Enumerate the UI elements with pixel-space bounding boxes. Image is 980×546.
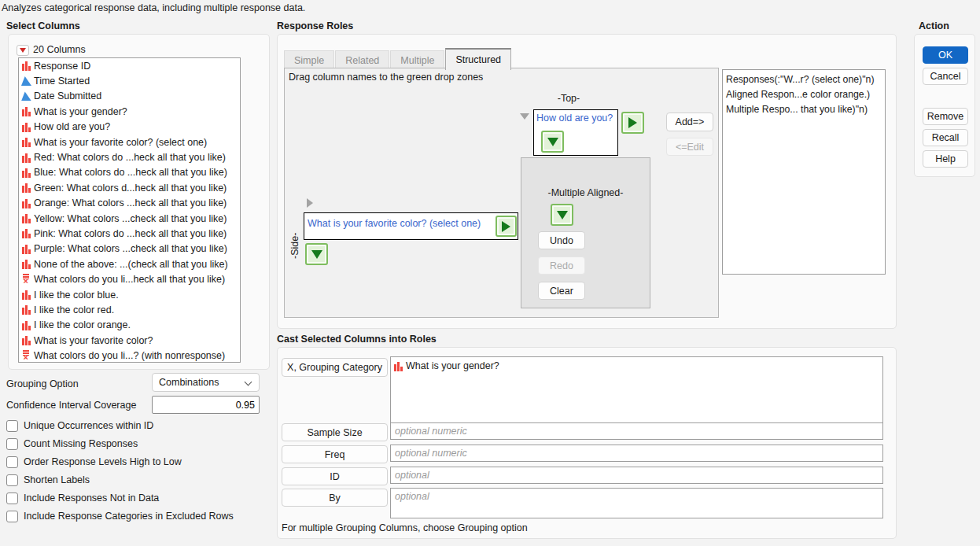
clear-button[interactable]: Clear [538, 282, 585, 300]
column-list-item[interactable]: How old are you? [19, 120, 240, 135]
continuous-icon [21, 91, 31, 101]
column-list-item[interactable]: What is your favorite color? (select one… [19, 135, 240, 149]
checkbox-icon[interactable] [6, 456, 18, 468]
select-columns-panel: 20 Columns Response ID Time Started Date… [8, 34, 270, 370]
redo-button[interactable]: Redo [538, 256, 585, 275]
column-list-item[interactable]: None of the above: ...(check all that yo… [19, 256, 240, 271]
column-label: I like the color orange. [34, 319, 131, 330]
top-disclosure-triangle-icon[interactable] [520, 113, 529, 120]
x-grouping-item[interactable]: What is your gender? [391, 357, 882, 373]
side-disclosure-triangle-icon[interactable] [307, 198, 313, 208]
tab[interactable]: Structured [445, 48, 511, 70]
x-grouping-category-button[interactable]: X, Grouping Category [282, 358, 388, 377]
top-drop-zone[interactable]: How old are you? [533, 109, 618, 156]
column-label: Orange: What colors ...heck all that you… [34, 197, 227, 208]
column-list-item[interactable]: What colors do you li...heck all that yo… [19, 271, 240, 286]
columns-listbox[interactable]: Response ID Time Started Date Submitted … [18, 57, 241, 363]
confidence-input[interactable] [152, 396, 260, 414]
freq-field[interactable] [390, 445, 883, 462]
top-drop-item[interactable]: How old are you? [536, 113, 613, 124]
side-drop-right-button[interactable] [496, 216, 517, 237]
column-list-item[interactable]: I like the color orange. [19, 318, 240, 333]
column-list-item[interactable]: Date Submitted [19, 89, 240, 104]
grouping-option-dropdown[interactable]: Combinations [152, 373, 260, 392]
remove-button[interactable]: Remove [923, 108, 968, 125]
checkbox-icon[interactable] [6, 420, 18, 432]
checkbox-icon[interactable] [6, 438, 18, 450]
column-list-item[interactable]: What colors do you li...? (with nonrespo… [19, 348, 240, 363]
nominal-icon [21, 259, 31, 269]
column-list-item[interactable]: Response ID [19, 58, 240, 73]
checkbox-icon[interactable] [6, 493, 18, 504]
sample-size-button[interactable]: Sample Size [282, 423, 388, 441]
green-down-triangle-icon [557, 211, 568, 220]
top-drop-right-button[interactable] [621, 112, 644, 134]
red-triangle-menu-icon[interactable] [17, 45, 29, 56]
checkbox-icon[interactable] [6, 511, 18, 522]
column-label: None of the above: ...(check all that yo… [34, 259, 228, 270]
recall-button[interactable]: Recall [923, 129, 968, 146]
option-checkbox-row[interactable]: Count Missing Responses [6, 437, 138, 450]
column-list-item[interactable]: Yellow: What colors ...check all that yo… [19, 211, 240, 226]
column-list-item[interactable]: What is your gender? [19, 104, 240, 119]
edit-button[interactable]: <=Edit [666, 138, 713, 156]
cancel-button[interactable]: Cancel [923, 68, 968, 85]
by-field[interactable] [390, 488, 883, 518]
column-list-item[interactable]: Blue: What colors do ...heck all that yo… [19, 165, 240, 180]
response-list-item[interactable]: Aligned Respon...e color orange.) [726, 87, 882, 102]
option-checkbox-row[interactable]: Shorten Labels [6, 474, 90, 486]
column-label: Blue: What colors do ...heck all that yo… [34, 167, 227, 178]
nominal-icon [21, 183, 31, 193]
column-label: What colors do you li...heck all that yo… [34, 274, 225, 285]
add-button[interactable]: Add=> [666, 113, 713, 131]
column-list-item[interactable]: Orange: What colors ...heck all that you… [19, 196, 240, 211]
response-list-item[interactable]: Responses(:"W...r? (select one)"n) [726, 72, 882, 87]
aligned-drop-down-button[interactable] [551, 204, 573, 226]
option-checkbox-row[interactable]: Include Response Categories in Excluded … [6, 510, 234, 522]
nominal-icon [21, 244, 31, 254]
by-button[interactable]: By [282, 489, 388, 507]
checkbox-icon[interactable] [6, 474, 18, 486]
option-checkbox-row[interactable]: Order Response Levels High to Low [6, 456, 182, 468]
x-grouping-listbox[interactable]: What is your gender? [390, 356, 883, 423]
sample-size-field[interactable] [390, 422, 883, 440]
nominal-icon [21, 61, 31, 71]
column-label: Purple: What colors ...check all that yo… [34, 243, 227, 254]
ok-button[interactable]: OK [923, 46, 968, 64]
green-down-triangle-icon [311, 250, 322, 259]
checkbox-label: Include Response Categories in Excluded … [24, 511, 234, 522]
nominal-icon [21, 122, 31, 132]
help-button[interactable]: Help [923, 150, 968, 168]
tab-label: Multiple [400, 55, 434, 66]
column-list-item[interactable]: Purple: What colors ...check all that yo… [19, 242, 240, 256]
column-list-item[interactable]: What is your favorite color? [19, 333, 240, 348]
green-right-triangle-icon [502, 221, 510, 232]
column-list-item[interactable]: Green: What colors d...heck all that you… [19, 180, 240, 195]
option-checkbox-row[interactable]: Include Responses Not in Data [6, 492, 159, 504]
response-text: Multiple Respo... that you like)"n) [726, 104, 868, 115]
id-field[interactable] [390, 467, 883, 484]
column-label: What is your gender? [34, 106, 127, 117]
multiple-response-icon [21, 274, 31, 285]
top-drop-down-button[interactable] [541, 131, 564, 153]
id-button[interactable]: ID [282, 467, 388, 485]
responses-listbox[interactable]: Responses(:"W...r? (select one)"n)Aligne… [722, 69, 886, 275]
column-label: What is your favorite color? [34, 335, 153, 346]
side-drop-zone[interactable]: What is your favorite color? (select one… [304, 212, 518, 240]
nominal-icon [21, 290, 31, 300]
column-list-item[interactable]: Time Started [19, 73, 240, 88]
column-list-item[interactable]: Pink: What colors do ...heck all that yo… [19, 226, 240, 241]
column-list-item[interactable]: I like the color blue. [19, 287, 240, 302]
x-grouping-item-label: What is your gender? [406, 360, 499, 371]
column-label: I like the color blue. [34, 290, 119, 301]
column-list-item[interactable]: I like the color red. [19, 302, 240, 317]
undo-button[interactable]: Undo [538, 231, 585, 249]
side-drop-item[interactable]: What is your favorite color? (select one… [308, 218, 481, 229]
option-checkbox-row[interactable]: Unique Occurrences within ID [6, 419, 153, 432]
grouping-option-label: Grouping Option [6, 378, 79, 389]
column-label: Pink: What colors do ...heck all that yo… [34, 228, 227, 239]
column-list-item[interactable]: Red: What colors do ...heck all that you… [19, 149, 240, 164]
freq-button[interactable]: Freq [282, 445, 388, 463]
side-drop-down-button[interactable] [305, 243, 328, 265]
response-list-item[interactable]: Multiple Respo... that you like)"n) [726, 102, 882, 117]
